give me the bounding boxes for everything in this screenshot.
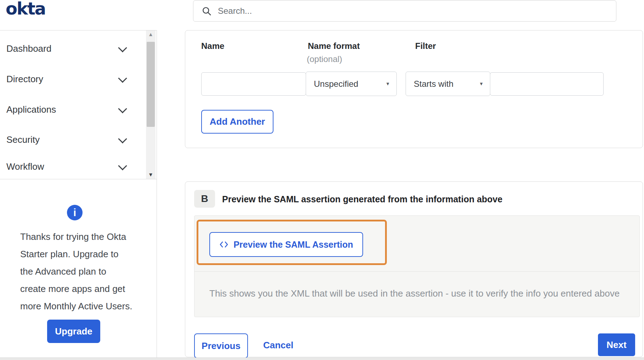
select-caret-icon: ▼: [385, 81, 390, 86]
search-icon: [202, 6, 211, 16]
sidebar-top-border: [0, 30, 157, 30]
sidebar-item-applications[interactable]: Applications: [0, 95, 146, 125]
upsell-message: Thanks for trying the Okta Starter plan.…: [20, 228, 132, 315]
info-icon: i: [67, 205, 83, 220]
sidebar-scrollbar-thumb[interactable]: [147, 42, 155, 127]
cancel-link[interactable]: Cancel: [263, 340, 293, 351]
select-caret-icon: ▼: [479, 81, 484, 86]
upsell-text-line: the Advanced plan to: [20, 263, 132, 280]
name-format-column-label: Name format: [308, 41, 360, 51]
search-input[interactable]: [217, 6, 616, 16]
sidebar-bottom-border: [0, 179, 157, 179]
chevron-down-icon: [118, 74, 127, 83]
upsell-text-line: create more apps and get: [20, 280, 132, 298]
sidebar-item-label: Workflow: [6, 161, 44, 172]
okta-logo: okta: [6, 0, 45, 18]
name-column-label: Name: [201, 41, 224, 51]
name-format-selected-value: Unspecified: [314, 79, 358, 89]
upsell-text-line: more Monthly Active Users.: [20, 298, 132, 315]
add-another-button[interactable]: Add Another: [201, 110, 273, 134]
scroll-down-icon[interactable]: ▼: [146, 171, 156, 179]
panel-divider: [194, 271, 639, 272]
next-button[interactable]: Next: [598, 333, 635, 356]
sidebar-item-label: Dashboard: [6, 43, 51, 54]
filter-value-input[interactable]: [490, 72, 604, 96]
scroll-up-icon[interactable]: ▲: [146, 30, 156, 38]
name-format-optional-note: (optional): [307, 54, 342, 64]
upsell-text-line: Thanks for trying the Okta: [20, 228, 132, 246]
sidebar-item-dashboard[interactable]: Dashboard: [0, 34, 146, 64]
preview-saml-assertion-button[interactable]: Preview the SAML Assertion: [209, 232, 363, 257]
upgrade-button[interactable]: Upgrade: [47, 320, 100, 343]
section-b-heading: Preview the SAML assertion generated fro…: [222, 194, 502, 204]
filter-column-label: Filter: [415, 41, 436, 51]
filter-operator-selected-value: Starts with: [414, 79, 453, 89]
upsell-text-line: Starter plan. Upgrade to: [20, 246, 132, 263]
info-icon-glyph: i: [73, 207, 76, 219]
filter-operator-select[interactable]: Starts with ▼: [406, 72, 490, 96]
sidebar-item-security[interactable]: Security: [0, 125, 146, 155]
code-brackets-icon: [219, 241, 228, 248]
page-bottom-strip: [0, 358, 644, 360]
okta-admin-page: okta Dashboard Directory Applications Se…: [0, 0, 644, 360]
preview-button-label: Preview the SAML Assertion: [233, 240, 353, 250]
attribute-name-input[interactable]: [201, 72, 306, 96]
sidebar-item-directory[interactable]: Directory: [0, 64, 146, 94]
global-search: [193, 0, 616, 22]
sidebar-item-workflow[interactable]: Workflow: [0, 154, 146, 179]
chevron-down-icon: [118, 43, 127, 52]
chevron-down-icon: [118, 134, 127, 143]
preview-description: This shows you the XML that will be used…: [209, 288, 620, 299]
section-b-badge: B: [194, 190, 215, 208]
sidebar-item-label: Applications: [6, 104, 56, 115]
sidebar-item-label: Security: [6, 134, 40, 145]
sidebar-right-border: [157, 30, 157, 360]
previous-button[interactable]: Previous: [194, 333, 248, 358]
name-format-select[interactable]: Unspecified ▼: [306, 72, 397, 96]
chevron-down-icon: [118, 161, 127, 170]
chevron-down-icon: [118, 104, 127, 113]
sidebar-item-label: Directory: [6, 74, 43, 85]
